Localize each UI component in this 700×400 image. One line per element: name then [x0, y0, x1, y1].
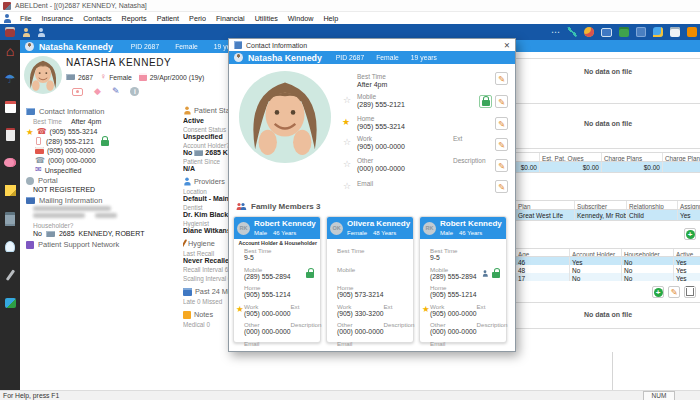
card-other: Other(000) 000-0000Description — [244, 321, 316, 336]
clipboard-forms-icon[interactable] — [4, 128, 17, 141]
piggy-bank-icon[interactable] — [4, 156, 17, 169]
signature-icon[interactable] — [567, 27, 577, 37]
card-header: RK Robert KennedyMale46 Years — [234, 217, 320, 239]
psn-section-header[interactable]: Patient Support Network — [26, 240, 119, 249]
notes-header: Notes — [183, 310, 228, 319]
patient-id: 2687 — [78, 74, 93, 81]
add-plan-button[interactable]: + — [684, 228, 696, 240]
address-line-redacted — [33, 206, 111, 211]
edit-home-button[interactable]: ✎ — [495, 117, 508, 130]
account-holder-value: No2685 K — [183, 149, 228, 156]
family-icon[interactable] — [584, 27, 594, 37]
right-panel: No data on file No data on file Est. Pat… — [516, 52, 700, 390]
family-grid-row[interactable]: 46 Yes No Yes — [516, 257, 700, 265]
calendar-blue-icon — [183, 288, 192, 296]
card-work: Work(905) 000-0000Ext — [430, 303, 502, 318]
family-card-robert-2[interactable]: RK Robert KennedyMale46 Years Best Time9… — [419, 216, 507, 343]
menu-insurance[interactable]: Insurance — [37, 14, 79, 23]
insurance-umbrella-icon[interactable]: ☂ — [4, 72, 17, 85]
consent-lock-button[interactable] — [479, 95, 492, 108]
envelope-icon: ✉ — [35, 166, 42, 174]
edit-icon[interactable]: ✎ — [112, 87, 120, 96]
clipboard-icon[interactable] — [670, 27, 680, 37]
card-best-time: Best Time9-5 — [244, 247, 316, 262]
menu-perio[interactable]: Perio — [184, 14, 211, 23]
edit-email-button[interactable]: ✎ — [495, 180, 508, 193]
delete-member-button[interactable] — [684, 286, 696, 298]
announce-patient-icon[interactable] — [37, 28, 45, 37]
email-star-icon[interactable]: ☆ — [343, 182, 351, 191]
contact-section-header[interactable]: Contact Information — [26, 107, 104, 116]
family-grid-row[interactable]: 17 No No Yes — [516, 273, 700, 281]
info-icon[interactable]: i — [130, 87, 139, 96]
past24-header: Past 24 Months — [183, 287, 228, 296]
family-card-olivera[interactable]: OK Olivera KennedyFemale48 Years Best Ti… — [326, 216, 414, 343]
no-data-treatment: No data on file — [516, 120, 700, 127]
family-grid-row[interactable]: 48 No No Yes — [516, 265, 700, 273]
patient-name-heading: NATASHA KENNEDY — [66, 57, 171, 68]
edit-work-button[interactable]: ✎ — [495, 138, 508, 151]
lock-icon — [101, 140, 109, 146]
family-card-robert-1[interactable]: RK Robert KennedyMale46 Years Account Ho… — [233, 216, 321, 343]
menu-financial[interactable]: Financial — [211, 14, 250, 23]
id-card-icon — [194, 150, 203, 156]
edit-other-button[interactable]: ✎ — [495, 159, 508, 172]
home-icon[interactable]: ⌂ — [4, 44, 17, 57]
diamond-icon[interactable]: ◆ — [94, 87, 101, 96]
handpiece-icon[interactable] — [4, 268, 17, 281]
tooth-icon[interactable] — [4, 240, 17, 253]
phone-gray-icon: ☎ — [35, 157, 45, 165]
dialog-title: Contact Information — [246, 42, 307, 49]
mailing-section-header[interactable]: Mailing Information — [26, 196, 102, 205]
status-column: Patient Status Active Consent Status Uns… — [183, 106, 228, 356]
menu-help[interactable]: Help — [318, 14, 343, 23]
alert-icon[interactable] — [687, 27, 697, 37]
email-row: ✉ Unspecified — [26, 165, 109, 175]
card-mobile: Mobile(289) 555-2894 — [430, 266, 502, 281]
portal-section-header[interactable]: Portal — [26, 176, 58, 185]
treasure-icon[interactable] — [619, 27, 629, 37]
calculator-icon[interactable] — [4, 212, 17, 225]
owes-table-row[interactable]: $0.00 $0.00 $0.00 — [516, 162, 700, 172]
chat-icon[interactable] — [653, 27, 663, 37]
edit-member-button[interactable]: ✎ — [668, 286, 680, 298]
media-icon[interactable] — [4, 296, 17, 309]
calendar-icon[interactable] — [4, 100, 17, 113]
work-star-icon[interactable]: ☆ — [343, 138, 351, 147]
menu-patient[interactable]: Patient — [152, 14, 184, 23]
menu-file[interactable]: File — [15, 14, 37, 23]
edit-mobile-button[interactable]: ✎ — [495, 95, 508, 108]
add-member-button[interactable]: + — [652, 286, 664, 298]
card-home: Home(905) 555-1214 — [244, 284, 316, 299]
ledger-icon[interactable] — [5, 27, 15, 37]
postal-redacted — [95, 213, 117, 218]
other-star-icon[interactable]: ☆ — [343, 160, 351, 169]
preferred-star-icon: ★ — [26, 128, 34, 136]
menu-window[interactable]: Window — [283, 14, 319, 23]
contact-rows: Best Time After 4pm ★ ☎ (905) 555-3214 (… — [26, 117, 109, 175]
mobile-star-icon[interactable]: ☆ — [343, 96, 351, 105]
fax-icon — [35, 147, 44, 154]
plan-table-row[interactable]: Great West Life Kennedy, Mr Robert Child… — [516, 210, 700, 220]
lock-icon — [492, 272, 500, 278]
close-icon[interactable]: ✕ — [504, 41, 510, 50]
menu-contacts[interactable]: Contacts — [78, 14, 116, 23]
card-email: Email — [337, 340, 409, 347]
best-time-row: Best Time After 4pm — [26, 117, 109, 127]
menu-reports[interactable]: Reports — [117, 14, 152, 23]
card-home: Home(905) 555-1214 — [430, 284, 502, 299]
patient-icon[interactable] — [22, 28, 30, 37]
householder-row: No 2685 KENNEDY, ROBERT — [33, 230, 144, 237]
last-recall-value: Never Recalled — [183, 257, 228, 264]
edit-best-time-button[interactable]: ✎ — [495, 72, 508, 85]
menu-utilities[interactable]: Utilities — [250, 14, 283, 23]
notes-icon[interactable] — [4, 184, 17, 197]
home-star-icon[interactable]: ★ — [342, 118, 350, 127]
camera-icon[interactable] — [72, 88, 83, 96]
no-data-appointments: No data on file — [516, 68, 700, 75]
dialog-mobile: (289) 555-2121 — [357, 101, 405, 108]
overflow-icon[interactable]: ⋯ — [551, 27, 560, 37]
contacts-book-icon[interactable] — [636, 27, 646, 37]
monitor-icon[interactable] — [601, 28, 612, 37]
patient-action-icons: ◆ ✎ i — [72, 87, 139, 96]
